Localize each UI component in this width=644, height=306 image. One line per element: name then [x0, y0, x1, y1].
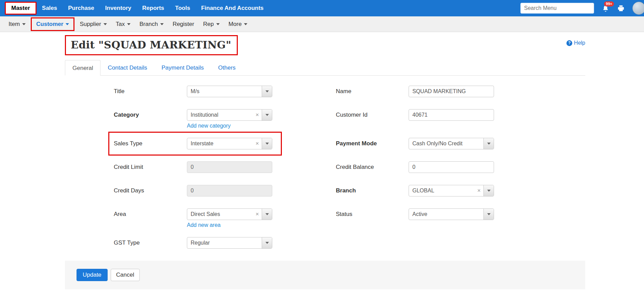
tab-payment-details[interactable]: Payment Details [154, 60, 211, 75]
dropdown-button[interactable] [262, 110, 272, 120]
tab-contact-details[interactable]: Contact Details [100, 60, 154, 75]
dropdown-button[interactable] [483, 185, 494, 196]
form-row: Credit Limit Credit Balance [114, 161, 585, 173]
menu-finance-and-accounts[interactable]: Finance And Accounts [196, 0, 269, 16]
update-button[interactable]: Update [77, 269, 108, 281]
menu-tools[interactable]: Tools [170, 0, 196, 16]
branch-select[interactable]: GLOBAL × [409, 185, 494, 196]
credit-balance-input[interactable] [409, 161, 494, 173]
subnav-item-more[interactable]: More [224, 21, 252, 28]
chevron-down-icon [487, 190, 491, 192]
chevron-down-icon [265, 143, 269, 145]
menu-purchase[interactable]: Purchase [63, 0, 100, 16]
user-avatar[interactable] [632, 2, 644, 15]
chevron-down-icon [244, 23, 247, 25]
top-menu: Master Sales Purchase Inventory Reports … [0, 0, 269, 16]
chevron-down-icon [127, 23, 131, 25]
tab-bar: General Contact Details Payment Details … [65, 60, 585, 76]
subnav-item-item[interactable]: Item [4, 21, 30, 28]
dropdown-button[interactable] [262, 86, 272, 97]
form-row: Sales Type Interstate × Payment Mode Cas… [114, 138, 585, 149]
add-new-area-link[interactable]: Add new area [187, 222, 221, 228]
help-icon: ? [566, 40, 572, 46]
page-header: Edit "SQUAD MARKETING" ? Help [65, 35, 585, 55]
notifications-button[interactable]: 99+ [602, 4, 609, 12]
dropdown-button[interactable] [262, 138, 272, 149]
chevron-down-icon [265, 242, 269, 244]
credit-days-input [187, 185, 272, 196]
status-select-value: Active [409, 211, 483, 217]
tab-others[interactable]: Others [211, 60, 243, 75]
subnav-item-rep[interactable]: Rep [198, 21, 224, 28]
name-label: Name [336, 86, 409, 97]
form-row: GST Type Regular [114, 237, 585, 249]
menu-master[interactable]: Master [5, 2, 37, 15]
subnav-item-register[interactable]: Register [168, 21, 198, 28]
title-select[interactable]: M/s [187, 86, 272, 97]
annotation-box-sales-type: Sales Type Interstate × [108, 132, 282, 156]
annotation-box-title: Edit "SQUAD MARKETING" [65, 35, 238, 55]
category-label: Category [114, 109, 187, 121]
area-label: Area [114, 208, 187, 220]
chevron-down-icon [487, 143, 491, 145]
chevron-down-icon [104, 23, 107, 25]
clear-icon[interactable]: × [253, 211, 262, 218]
help-link[interactable]: ? Help [566, 40, 585, 46]
dropdown-button[interactable] [483, 138, 494, 149]
menu-sales[interactable]: Sales [37, 0, 63, 16]
help-label: Help [574, 40, 585, 46]
tab-general[interactable]: General [65, 60, 100, 76]
cancel-button[interactable]: Cancel [111, 269, 140, 281]
credit-balance-label: Credit Balance [336, 161, 409, 173]
status-label: Status [336, 208, 409, 220]
subnav-item-label: Customer [36, 21, 63, 28]
subnav-item-supplier[interactable]: Supplier [75, 21, 111, 28]
dropdown-button[interactable] [262, 237, 272, 248]
sales-type-select-value: Interstate [187, 141, 253, 147]
dropdown-button[interactable] [262, 209, 272, 220]
chevron-down-icon [265, 90, 269, 92]
topbar-right-tools: 99+ [520, 2, 644, 15]
print-button[interactable] [617, 4, 625, 12]
edit-customer-page: Edit "SQUAD MARKETING" ? Help General Co… [65, 35, 585, 289]
status-select[interactable]: Active [409, 208, 494, 220]
branch-label: Branch [336, 185, 409, 196]
area-select[interactable]: Direct Sales × [187, 208, 272, 220]
menu-reports[interactable]: Reports [137, 0, 169, 16]
clear-icon[interactable]: × [253, 112, 262, 118]
category-select[interactable]: Institutional × [187, 109, 272, 121]
title-label: Title [114, 86, 187, 97]
gst-type-select[interactable]: Regular [187, 237, 272, 249]
subnav-item-label: Register [173, 21, 194, 28]
dropdown-button[interactable] [483, 209, 494, 220]
subnav-item-customer[interactable]: Customer [31, 17, 74, 31]
search-input[interactable] [520, 3, 594, 14]
credit-limit-input [187, 161, 272, 173]
payment-mode-select-value: Cash Only/No Credit [409, 141, 483, 147]
payment-mode-select[interactable]: Cash Only/No Credit [409, 138, 494, 149]
clear-icon[interactable]: × [253, 140, 262, 147]
sales-type-select[interactable]: Interstate × [187, 138, 272, 149]
form-row: Category Institutional × Add new categor… [114, 109, 585, 129]
clear-icon[interactable]: × [475, 187, 483, 194]
area-select-value: Direct Sales [187, 211, 253, 217]
chevron-down-icon [265, 114, 269, 116]
customer-id-label: Customer Id [336, 109, 409, 121]
gst-type-select-value: Regular [187, 240, 262, 246]
chevron-down-icon [487, 213, 491, 215]
subnav-item-label: Tax [116, 21, 125, 28]
title-select-value: M/s [187, 88, 262, 94]
subnav-item-label: Item [9, 21, 20, 28]
subnav-item-tax[interactable]: Tax [111, 21, 135, 28]
notification-badge: 99+ [604, 1, 614, 6]
chevron-down-icon [216, 23, 220, 25]
chevron-down-icon [22, 23, 26, 25]
customer-form: Title M/s Name Category Institutional × [65, 86, 585, 249]
customer-id-input[interactable] [409, 109, 494, 121]
add-new-category-link[interactable]: Add new category [187, 123, 231, 129]
subnav-item-label: Rep [203, 21, 214, 28]
subnav-item-branch[interactable]: Branch [135, 21, 168, 28]
gst-type-label: GST Type [114, 237, 187, 249]
menu-inventory[interactable]: Inventory [100, 0, 137, 16]
name-input[interactable] [409, 86, 494, 97]
